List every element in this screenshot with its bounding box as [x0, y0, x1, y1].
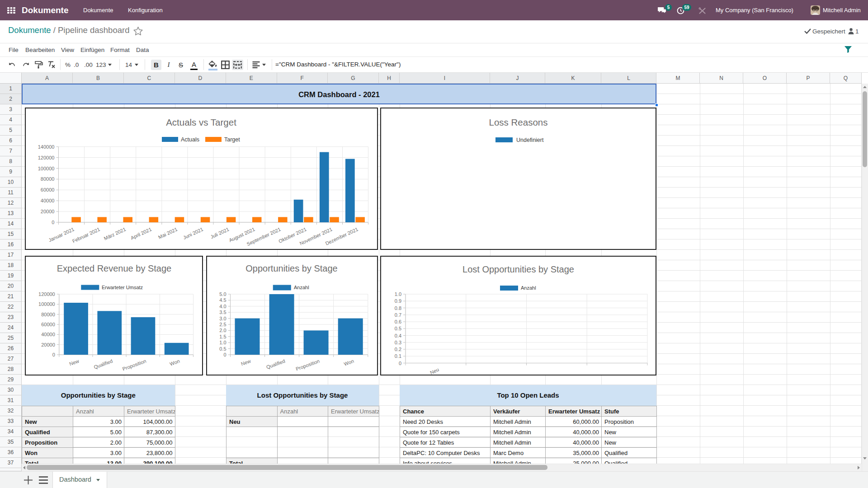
svg-text:1.0: 1.0: [395, 291, 401, 297]
svg-text:Won: Won: [169, 358, 180, 367]
svg-text:Proposition: Proposition: [295, 358, 321, 372]
svg-text:Qualified: Qualified: [265, 358, 286, 370]
svg-text:1.0: 1.0: [219, 340, 226, 345]
svg-text:120000: 120000: [38, 291, 55, 297]
svg-text:2.0: 2.0: [219, 328, 226, 333]
svg-text:4.5: 4.5: [219, 297, 226, 303]
svg-text:0.5: 0.5: [395, 326, 401, 331]
svg-text:3.5: 3.5: [219, 310, 226, 315]
svg-text:Proposition: Proposition: [122, 358, 147, 372]
svg-text:Juli 2021: Juli 2021: [209, 226, 230, 239]
svg-text:0: 0: [399, 361, 401, 366]
svg-text:0.6: 0.6: [395, 319, 401, 324]
svg-text:0.1: 0.1: [395, 353, 401, 359]
svg-text:40000: 40000: [41, 332, 55, 337]
svg-text:0.7: 0.7: [395, 312, 401, 318]
svg-text:0.8: 0.8: [395, 305, 401, 311]
svg-text:0: 0: [52, 220, 54, 225]
svg-text:Won: Won: [343, 358, 354, 367]
svg-text:New: New: [69, 358, 80, 367]
svg-text:Expected Revenue by Stage: Expected Revenue by Stage: [57, 263, 172, 273]
svg-text:20000: 20000: [41, 209, 55, 214]
svg-text:April 2021: April 2021: [130, 226, 152, 241]
svg-text:Januar 2021: Januar 2021: [47, 226, 75, 243]
svg-text:Lost Opportunities by Stage: Lost Opportunities by Stage: [462, 264, 574, 274]
svg-text:0.9: 0.9: [395, 298, 401, 304]
svg-text:0.3: 0.3: [395, 340, 401, 345]
svg-text:2.5: 2.5: [219, 322, 226, 327]
svg-text:0.5: 0.5: [219, 346, 226, 352]
svg-text:100000: 100000: [38, 166, 55, 171]
svg-text:Mai 2021: Mai 2021: [157, 226, 178, 240]
svg-text:Anzahl: Anzahl: [294, 285, 309, 290]
svg-text:New: New: [240, 358, 251, 367]
svg-text:Februar 2021: Februar 2021: [71, 226, 101, 244]
svg-text:0: 0: [223, 352, 226, 357]
svg-text:0.4: 0.4: [395, 333, 401, 338]
svg-text:60000: 60000: [41, 187, 55, 192]
svg-text:5.0: 5.0: [219, 291, 226, 297]
svg-text:März 2021: März 2021: [103, 226, 127, 241]
svg-text:0: 0: [52, 352, 55, 357]
svg-text:20000: 20000: [41, 342, 55, 347]
svg-text:Anzahl: Anzahl: [521, 285, 536, 291]
svg-text:0.2: 0.2: [395, 347, 401, 352]
svg-text:1.5: 1.5: [219, 334, 226, 339]
svg-text:Juni 2021: Juni 2021: [182, 226, 204, 240]
svg-text:40000: 40000: [41, 198, 55, 203]
svg-text:Target: Target: [224, 136, 240, 143]
svg-text:Actuals: Actuals: [181, 136, 199, 143]
svg-text:4.0: 4.0: [219, 304, 226, 309]
svg-text:140000: 140000: [38, 144, 55, 150]
svg-text:60000: 60000: [41, 322, 55, 327]
svg-text:3.0: 3.0: [219, 316, 226, 321]
svg-text:80000: 80000: [41, 176, 55, 182]
svg-text:Undefiniert: Undefiniert: [516, 137, 544, 143]
svg-text:Qualified: Qualified: [93, 358, 113, 370]
svg-text:Neu: Neu: [429, 366, 439, 375]
svg-text:Opportunities by Stage: Opportunities by Stage: [245, 263, 337, 273]
svg-text:Loss Reasons: Loss Reasons: [489, 117, 548, 127]
svg-text:100000: 100000: [38, 301, 55, 307]
svg-text:Erwarteter Umsatz: Erwarteter Umsatz: [102, 285, 143, 290]
svg-text:120000: 120000: [38, 155, 55, 160]
svg-text:80000: 80000: [41, 312, 55, 317]
svg-text:Actuals vs Target: Actuals vs Target: [166, 117, 236, 127]
